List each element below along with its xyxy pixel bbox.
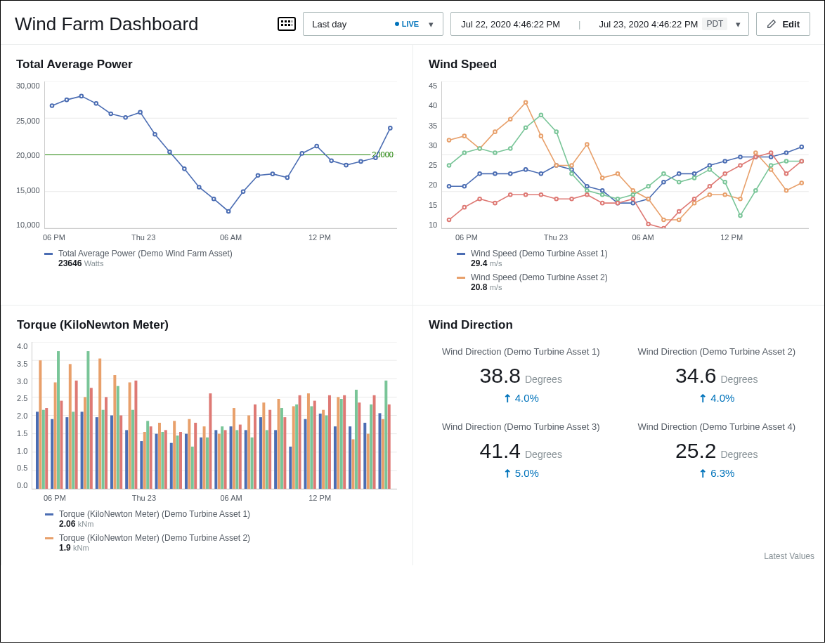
bar-chart[interactable]	[32, 342, 397, 489]
svg-point-28	[359, 160, 363, 164]
kpi-card: Wind Direction (Demo Turbine Asset 2)34.…	[625, 346, 810, 405]
svg-point-53	[708, 164, 712, 167]
svg-rect-157	[274, 430, 277, 489]
svg-point-78	[724, 193, 727, 197]
svg-rect-212	[385, 381, 388, 489]
svg-rect-196	[146, 421, 149, 489]
svg-point-86	[479, 147, 482, 150]
svg-point-126	[724, 172, 727, 176]
svg-rect-199	[191, 447, 194, 489]
svg-rect-194	[117, 386, 119, 489]
svg-point-122	[662, 227, 665, 228]
legend-swatch	[45, 513, 53, 515]
svg-rect-201	[221, 426, 223, 489]
svg-rect-148	[141, 441, 143, 489]
svg-point-115	[555, 197, 559, 201]
kpi-value: 38.8	[480, 364, 521, 388]
svg-point-77	[708, 193, 712, 197]
svg-rect-159	[304, 419, 307, 489]
svg-point-9	[79, 95, 83, 98]
svg-point-118	[601, 202, 604, 205]
live-dot-icon	[395, 22, 399, 26]
svg-point-100	[693, 176, 696, 180]
svg-point-117	[585, 193, 589, 197]
date-separator-icon: |	[578, 19, 595, 29]
svg-rect-216	[90, 388, 93, 489]
svg-rect-193	[102, 410, 105, 489]
svg-rect-182	[292, 406, 295, 489]
svg-rect-179	[247, 416, 250, 489]
pencil-icon	[767, 19, 777, 29]
date-range-select[interactable]: Jul 22, 2020 4:46:22 PM | Jul 23, 2020 4…	[450, 12, 749, 36]
svg-rect-204	[266, 430, 268, 489]
svg-rect-187	[367, 434, 370, 489]
edit-button[interactable]: Edit	[756, 12, 810, 36]
svg-point-109	[463, 206, 467, 209]
svg-point-22	[271, 172, 274, 176]
svg-point-7	[50, 104, 53, 107]
svg-rect-225	[224, 430, 227, 489]
svg-point-84	[448, 164, 451, 167]
svg-rect-166	[54, 382, 57, 489]
legend-swatch	[45, 537, 53, 539]
svg-rect-164	[379, 413, 382, 489]
svg-rect-184	[322, 410, 325, 489]
svg-point-46	[601, 189, 604, 192]
svg-point-128	[754, 155, 758, 159]
svg-rect-150	[170, 443, 173, 489]
svg-rect-235	[373, 395, 376, 489]
svg-point-85	[463, 151, 467, 155]
timezone-badge: PDT	[702, 18, 727, 30]
svg-point-95	[616, 197, 620, 201]
legend-item: Wind Speed (Demo Turbine Asset 1)29.4 m/…	[457, 249, 809, 268]
svg-point-103	[739, 214, 742, 218]
line-chart[interactable]: 20000	[44, 81, 397, 229]
svg-point-70	[601, 176, 604, 180]
svg-point-25	[315, 145, 318, 148]
legend-item: Wind Speed (Demo Turbine Asset 2)20.8 m/…	[457, 272, 809, 292]
kpi-title: Wind Direction (Demo Turbine Asset 3)	[429, 421, 613, 433]
svg-point-45	[585, 185, 589, 188]
svg-rect-229	[284, 417, 287, 489]
svg-point-72	[632, 189, 635, 192]
svg-rect-213	[46, 408, 48, 489]
arrow-up-icon: ↗	[696, 390, 711, 406]
svg-point-48	[632, 202, 635, 205]
svg-rect-206	[295, 405, 298, 489]
svg-rect-156	[259, 417, 262, 489]
svg-rect-227	[254, 405, 256, 489]
svg-point-102	[724, 180, 727, 184]
svg-point-88	[509, 147, 512, 150]
svg-rect-161	[334, 426, 337, 489]
time-range-select[interactable]: Last day LIVE ▾	[303, 12, 443, 36]
caret-down-icon[interactable]: ▾	[732, 19, 744, 29]
arrow-up-icon: ↗	[500, 466, 515, 481]
svg-point-21	[256, 173, 259, 177]
svg-point-23	[285, 176, 289, 180]
svg-point-90	[540, 113, 543, 117]
svg-point-131	[800, 159, 804, 163]
keyboard-icon[interactable]	[278, 17, 296, 31]
panel-wind-direction: Wind Direction Wind Direction (Demo Turb…	[412, 305, 824, 565]
svg-point-18	[212, 197, 216, 201]
line-chart[interactable]	[441, 81, 809, 229]
svg-point-123	[677, 210, 681, 213]
svg-point-105	[769, 164, 773, 167]
svg-point-41	[524, 168, 528, 171]
caret-down-icon[interactable]: ▾	[424, 19, 437, 29]
svg-rect-208	[325, 416, 328, 489]
svg-rect-232	[328, 395, 331, 489]
svg-point-101	[708, 168, 712, 171]
svg-rect-192	[87, 351, 90, 489]
svg-point-50	[662, 180, 665, 184]
kpi-grid: Wind Direction (Demo Turbine Asset 1)38.…	[429, 342, 809, 480]
date-to: Jul 23, 2020 4:46:22 PM	[599, 19, 699, 29]
panel-torque: Torque (KiloNewton Meter) 4.03.53.02.52.…	[1, 305, 412, 565]
svg-point-98	[662, 172, 665, 176]
svg-rect-231	[313, 401, 316, 489]
panel-title: Wind Speed	[429, 58, 809, 72]
svg-point-104	[754, 189, 758, 192]
svg-point-80	[754, 151, 758, 155]
svg-rect-197	[162, 432, 164, 489]
kpi-card: Wind Direction (Demo Turbine Asset 3)41.…	[429, 421, 613, 480]
